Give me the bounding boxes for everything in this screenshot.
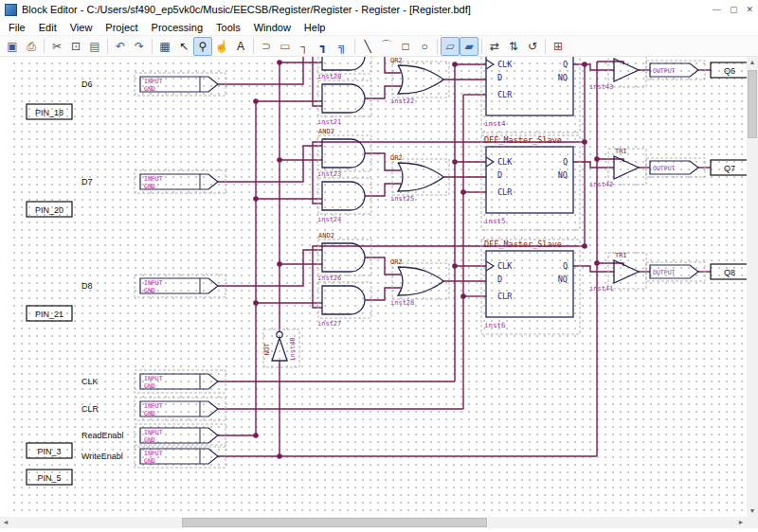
paste-button[interactable]: ▤ <box>85 37 104 56</box>
rectangle-tool[interactable]: □ <box>396 37 415 56</box>
wire[interactable] <box>218 57 322 84</box>
rubberbanding-toggle[interactable]: ▱ <box>441 37 460 56</box>
dff-port-clr: CLR <box>497 292 513 301</box>
or-gate[interactable] <box>398 163 443 191</box>
print-button[interactable]: ⎙ <box>22 37 41 56</box>
ellipse-tool[interactable]: ○ <box>415 37 434 56</box>
flip-vertical-button[interactable]: ⇅ <box>504 37 523 56</box>
vertical-scrollbar[interactable]: ▲ ▼ <box>747 57 758 517</box>
and-gate[interactable] <box>322 286 365 314</box>
toolbar-separator <box>152 39 153 54</box>
dff-port-q: Q <box>563 157 568 167</box>
schematic-canvas[interactable]: CLKDCLRQNQDFF_Master_Slaveinst4TRIinst43… <box>8 57 747 517</box>
junction-dot <box>452 159 458 165</box>
menu-item-processing[interactable]: Processing <box>145 21 209 34</box>
partial-line-selection-toggle[interactable]: ▰ <box>460 37 478 56</box>
or2-type-label: OR2 <box>390 57 403 64</box>
vertical-scrollbar-thumb[interactable] <box>748 70 757 138</box>
orthogonal-node-tool[interactable]: ┐ <box>295 37 314 56</box>
fit-in-window-button[interactable]: ⊞ <box>549 37 568 56</box>
scroll-down-arrow[interactable]: ▼ <box>747 505 758 517</box>
scroll-right-arrow[interactable]: ► <box>735 517 747 528</box>
toolbar-separator <box>481 39 482 54</box>
text-tool[interactable]: A <box>231 37 250 56</box>
minimize-button[interactable]: — <box>713 5 721 14</box>
and-gate[interactable] <box>322 84 365 113</box>
output-pin-name: Q8 <box>724 268 735 277</box>
wire[interactable] <box>597 159 623 162</box>
block-editor-app-icon <box>5 4 17 16</box>
arc-tool[interactable]: ⌒ <box>377 37 396 56</box>
maximize-button[interactable]: ▢ <box>730 5 738 14</box>
and-gate[interactable] <box>322 139 365 168</box>
pin-location-label: PIN_3 <box>37 447 61 456</box>
wire[interactable] <box>218 146 322 182</box>
menu-item-project[interactable]: Project <box>99 21 144 34</box>
pin-location-label: PIN_5 <box>37 473 61 483</box>
copy-button[interactable]: ⊡ <box>66 37 85 56</box>
selection-tool[interactable]: ↖ <box>174 37 193 56</box>
save-button[interactable]: ▣ <box>3 37 22 56</box>
and-inst-label: inst21 <box>317 118 341 126</box>
toolbar-separator <box>545 39 546 54</box>
wire[interactable] <box>218 250 322 286</box>
wire[interactable] <box>597 263 623 266</box>
menu-item-edit[interactable]: Edit <box>32 21 63 34</box>
cut-button[interactable]: ✂ <box>47 37 66 56</box>
detach-window-button[interactable]: ▦ <box>155 37 174 56</box>
and-gate[interactable] <box>322 57 365 70</box>
flip-horizontal-button[interactable]: ⇄ <box>485 37 504 56</box>
input-type-label: INPUT <box>144 375 163 382</box>
horizontal-scrollbar-thumb[interactable] <box>182 518 487 527</box>
scrollbar-corner <box>747 517 758 528</box>
hand-tool[interactable]: ☝ <box>212 37 231 56</box>
redo-button[interactable]: ↷ <box>130 37 149 56</box>
junction-dot <box>582 62 587 67</box>
not-gate[interactable] <box>272 338 287 361</box>
input-level-label: GND <box>144 85 155 93</box>
menu-item-window[interactable]: Window <box>247 21 298 34</box>
dff-title: DFF_Master_Slave <box>484 239 562 249</box>
dff-port-clk: CLK <box>497 157 513 167</box>
block-tool[interactable]: ▭ <box>276 37 295 56</box>
wire[interactable] <box>597 62 623 64</box>
symbol-tool[interactable]: ⊃ <box>257 37 276 56</box>
close-button[interactable]: ✕ <box>746 5 753 14</box>
menu-item-help[interactable]: Help <box>298 21 333 34</box>
scroll-left-arrow[interactable]: ◄ <box>0 517 11 528</box>
pin-name: D8 <box>81 281 93 291</box>
dff-port-nq: NQ <box>558 170 568 180</box>
undo-button[interactable]: ↶ <box>111 37 130 56</box>
and-gate[interactable] <box>322 243 365 272</box>
zoom-tool[interactable]: ⚲ <box>193 37 212 56</box>
or-gate[interactable] <box>398 267 443 295</box>
orthogonal-conduit-tool[interactable]: ╗ <box>333 37 352 56</box>
symbol-bounds <box>392 62 449 98</box>
and-gate[interactable] <box>322 182 365 210</box>
tri-inst-label: inst41 <box>589 285 613 293</box>
dff-inst-label: inst5 <box>484 217 506 225</box>
or-gate[interactable] <box>398 65 443 94</box>
horizontal-scrollbar[interactable]: ◄ ► <box>0 517 747 528</box>
line-tool[interactable]: ╲ <box>358 37 377 56</box>
junction-dot <box>253 300 259 306</box>
menu-item-view[interactable]: View <box>63 21 99 34</box>
menu-item-file[interactable]: File <box>2 21 32 34</box>
dff-port-clk: CLK <box>497 60 513 69</box>
rotate-left-button[interactable]: ↺ <box>523 37 542 56</box>
window-controls: — ▢ ✕ <box>713 5 753 14</box>
output-type-label: OUTPUT <box>653 165 676 172</box>
dff-port-clk: CLK <box>497 261 513 271</box>
pin-name: D7 <box>81 177 93 186</box>
orthogonal-bus-tool[interactable]: ┓ <box>314 37 333 56</box>
symbol-bounds <box>318 178 371 214</box>
dff-inst-label: inst6 <box>484 321 506 329</box>
input-level-label: GND <box>144 287 155 294</box>
menu-item-tools[interactable]: Tools <box>209 21 247 34</box>
junction-dot <box>253 433 259 438</box>
scroll-up-arrow[interactable]: ▲ <box>747 57 758 68</box>
junction-dot <box>277 453 282 459</box>
toolbar-separator <box>437 39 438 54</box>
output-pin-name: Q6 <box>724 66 735 76</box>
junction-dot <box>452 62 458 67</box>
